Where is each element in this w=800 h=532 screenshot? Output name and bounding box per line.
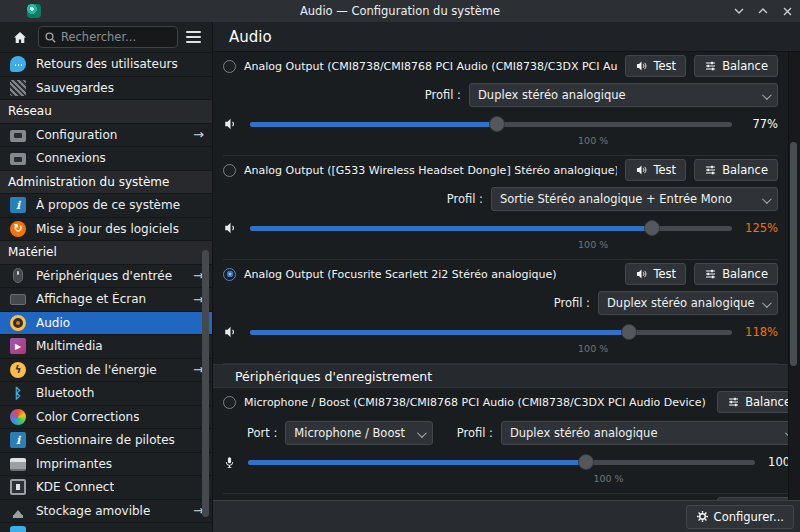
scrollbar-gutter (788, 52, 800, 500)
sidebar-item-retours-des-utilisateurs[interactable]: Retours des utilisateurs (0, 53, 212, 77)
sidebar-section-label: Réseau (8, 104, 52, 118)
sidebar-item-p-riph-riques-d-entr-e[interactable]: Périphériques d'entrée→ (0, 265, 212, 289)
partial-icon (10, 526, 26, 532)
sidebar-item-mise-jour-des-logiciels[interactable]: ↻Mise à jour des logiciels (0, 218, 212, 242)
device-radio[interactable] (223, 396, 236, 409)
profile-combobox[interactable]: Duplex stéréo analogique (598, 291, 778, 315)
main-panel: Audio Analog Output (CMI8738/CMI8768 PCI… (212, 22, 800, 532)
chevron-down-icon (762, 194, 772, 204)
test-button[interactable]: Test (625, 159, 686, 181)
sidebar-toolbar (0, 22, 212, 52)
search-icon (45, 32, 56, 43)
search-input[interactable] (61, 30, 171, 44)
profile-label: Profil : (554, 296, 590, 310)
sidebar-item-label: Gestion de l'énergie (36, 363, 157, 377)
playback-device-row: Analog Output (Focusrite Scarlett 2i2 St… (223, 260, 778, 364)
sidebar-item-audio[interactable]: Audio (0, 312, 212, 336)
close-button[interactable] (780, 4, 794, 18)
network-icon (10, 130, 26, 142)
balance-button[interactable]: Balance (694, 55, 778, 77)
recording-section-header: Périphériques d'enregistrement (213, 364, 791, 388)
sidebar-item-affichage-et-cran[interactable]: Affichage et Écran→ (0, 288, 212, 312)
sidebar-item-gestion-de-l-nergie[interactable]: ϟGestion de l'énergie→ (0, 359, 212, 383)
search-box (38, 26, 178, 48)
sidebar-list: Retours des utilisateursSauvegardesRésea… (0, 52, 212, 532)
profile-combobox[interactable]: Sortie Stéréo analogique + Entrée Mono (491, 187, 778, 211)
sidebar-item-configuration[interactable]: Configuration→ (0, 124, 212, 148)
footer-bar: Configurer... (213, 500, 800, 532)
maximize-button[interactable] (756, 4, 770, 18)
main-scrollbar[interactable] (790, 142, 797, 366)
sidebar-item--propos-de-ce-syst-me[interactable]: iÀ propos de ce système (0, 194, 212, 218)
display-icon (10, 294, 26, 305)
info-icon: i (10, 197, 26, 213)
sidebar-item-color-corrections[interactable]: Color Corrections (0, 406, 212, 430)
sidebar-item-connexions[interactable]: Connexions (0, 147, 212, 171)
mic-volume-slider[interactable] (248, 452, 755, 472)
test-button[interactable]: Test (625, 55, 686, 77)
slider-handle[interactable] (621, 324, 637, 340)
profile-label: Profil : (447, 192, 483, 206)
volume-value: 77% (744, 117, 778, 131)
device-radio[interactable] (223, 60, 236, 73)
test-button[interactable]: Test (625, 263, 686, 285)
backup-icon (10, 80, 26, 96)
hamburger-menu-button[interactable] (182, 28, 204, 46)
sidebar-item-gestionnaire-de-pilotes[interactable]: iGestionnaire de pilotes (0, 429, 212, 453)
profile-combobox[interactable]: Duplex stéréo analogique (501, 421, 800, 445)
device-list: Analog Output (CMI8738/CMI8768 PCI Audio… (213, 52, 800, 500)
sidebar-scrollbar[interactable] (202, 250, 209, 517)
sidebar-item-label: Gestionnaire de pilotes (36, 433, 175, 447)
speaker-icon (223, 325, 238, 339)
audio-icon (10, 315, 26, 331)
sidebar-item-kde-connect[interactable]: KDE Connect (0, 476, 212, 500)
slider-handle[interactable] (489, 116, 505, 132)
sidebar-item-stockage-amovible[interactable]: Stockage amovible→ (0, 500, 212, 524)
sidebar-item-label: Bluetooth (36, 386, 94, 400)
sidebar-item-label: À propos de ce système (36, 198, 180, 212)
mixer-sliders-icon (704, 268, 717, 280)
sidebar-item-multim-dia[interactable]: ▶Multimédia (0, 335, 212, 359)
volume-slider[interactable] (250, 218, 732, 238)
slider-handle[interactable] (644, 220, 660, 236)
profile-combobox[interactable]: Duplex stéréo analogique (469, 83, 778, 107)
volume-value: 118% (744, 325, 778, 339)
sidebar-item-imprimantes[interactable]: Imprimantes (0, 453, 212, 477)
device-label: Analog Output (CMI8738/CMI8768 PCI Audio… (244, 60, 617, 73)
profile-label: Profil : (457, 426, 493, 440)
balance-button[interactable]: Balance (694, 159, 778, 181)
hundred-percent-tick: 100 % (578, 343, 608, 354)
sidebar-item-sauvegardes[interactable]: Sauvegardes (0, 77, 212, 101)
minimize-button[interactable] (732, 4, 746, 18)
hundred-percent-tick: 100 % (593, 473, 623, 484)
energy-icon: ϟ (10, 362, 26, 378)
sidebar-item-label: Imprimantes (36, 457, 112, 471)
sidebar-item-partial[interactable] (0, 523, 212, 532)
port-combobox[interactable]: Microphone / Boost (285, 421, 432, 445)
configure-button[interactable]: Configurer... (686, 505, 794, 529)
device-radio[interactable] (223, 268, 236, 281)
slider-handle[interactable] (578, 454, 594, 470)
update-icon: ↻ (10, 221, 26, 237)
device-label: Analog Output ([G533 Wireless Headset Do… (244, 164, 617, 177)
volume-slider[interactable] (250, 322, 732, 342)
color-icon (10, 409, 26, 425)
speaker-icon (635, 268, 648, 280)
volume-slider[interactable] (250, 114, 732, 134)
port-label: Port : (247, 426, 277, 440)
chevron-down-icon (762, 298, 772, 308)
device-label: Analog Output (Focusrite Scarlett 2i2 St… (244, 268, 617, 281)
sidebar-item-label: Configuration (36, 128, 117, 142)
sidebar-section-label: Administration du système (8, 175, 169, 189)
speaker-icon (223, 221, 238, 235)
home-button[interactable] (10, 27, 30, 47)
sidebar-item-bluetooth[interactable]: ᛒBluetooth (0, 382, 212, 406)
mixer-sliders-icon (704, 164, 717, 176)
sidebar-item-label: Retours des utilisateurs (36, 57, 178, 71)
sidebar-item-label: Connexions (36, 151, 106, 165)
device-radio[interactable] (223, 164, 236, 177)
balance-button[interactable]: Balance (694, 263, 778, 285)
sidebar-item-label: Mise à jour des logiciels (36, 222, 179, 236)
speaker-icon (223, 117, 238, 131)
titlebar: Audio — Configuration du système (0, 0, 800, 22)
